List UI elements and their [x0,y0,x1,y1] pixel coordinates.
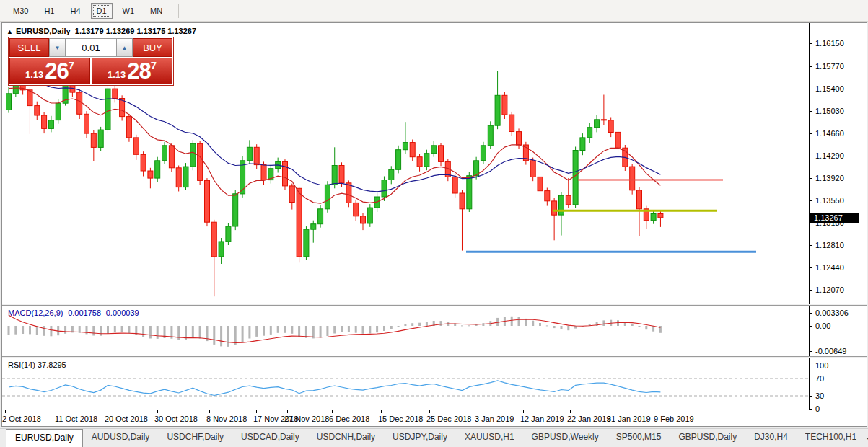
volume-increase-button[interactable]: ▲ [116,38,133,57]
time-axis-tick [108,410,108,413]
time-axis-label: 3 Jan 2019 [475,415,514,423]
time-axis-label: 2 Oct 2018 [2,415,41,423]
axis-tick [810,178,812,179]
price-axis-label: 1.13920 [815,174,844,182]
buy-price-small: 1.13 [108,67,126,83]
chart-tab-bar: EURUSD,DailyAUDUSD,DailyUSDCHF,DailyUSDC… [0,428,868,447]
pane-splitter[interactable] [2,304,867,306]
chart-tab-xauusd-h1[interactable]: XAUUSD,H1 [456,429,523,447]
volume-input[interactable] [66,38,116,57]
axis-tick [810,396,812,397]
time-axis-tick [657,410,657,413]
volume-decrease-button[interactable]: ▼ [49,38,66,57]
time-axis-tick [523,410,524,413]
time-axis-label: 31 Jan 2019 [607,415,651,423]
timeframe-toolbar: M30H1H4D1W1MN [0,0,868,22]
price-axis-label: 1.15770 [815,62,844,71]
buy-price-button[interactable]: 1.13 28 7 [92,58,172,84]
toolbar-separator [178,4,179,18]
macd-axis-label: 0.003306 [815,309,849,317]
axis-tick [810,267,812,268]
buy-price-sup: 7 [151,60,157,71]
price-axis-label: 1.12070 [815,286,844,294]
timeframe-button-mn[interactable]: MN [144,3,168,19]
axis-tick [810,245,812,246]
chart-tab-dj30-h4[interactable]: DJ30,H4 [745,429,797,447]
rsi-plot[interactable] [2,358,809,410]
axis-tick [810,43,812,44]
chart-tab-audusd-daily[interactable]: AUDUSD,Daily [83,429,159,447]
price-axis-label: 1.12440 [815,263,844,272]
sell-price-sup: 7 [69,60,74,71]
chart-tab-sp500-m15[interactable]: SP500,M15 [608,429,670,447]
tab-scroll-controls: ◄► [865,429,868,447]
one-click-trade-panel: SELL ▼ ▲ BUY 1.13 26 7 1.13 28 [8,37,174,86]
time-axis-label: 12 Jan 2019 [520,415,564,423]
time-axis-tick [429,410,430,413]
chart-tab-usdcnh-daily[interactable]: USDCNH,Daily [308,429,384,447]
time-axis-tick [157,410,158,413]
chart-title-arrow-icon[interactable]: ▲ [6,28,13,35]
sell-button[interactable]: SELL [9,38,49,57]
time-axis: 2 Oct 201811 Oct 201820 Oct 201830 Oct 2… [2,410,867,426]
rsi-label: RSI(14) 37.8295 [8,360,66,369]
chart-tab-usdjpy-daily[interactable]: USDJPY,Daily [384,429,456,447]
axis-tick [810,326,812,327]
axis-tick [810,366,812,366]
chart-tab-usdcad-daily[interactable]: USDCAD,Daily [232,429,308,447]
axis-tick [810,200,812,201]
macd-axis-label: -0.00649 [815,347,846,355]
price-axis-label: 1.14290 [815,151,844,160]
pane-splitter[interactable] [2,356,867,358]
price-axis-label: 1.14660 [815,129,844,138]
mt4-window: M30H1H4D1W1MN ▲EURUSD,Daily 1.13179 1.13… [0,0,868,447]
time-axis-tick [478,410,478,413]
buy-button[interactable]: BUY [133,38,172,57]
axis-tick [810,379,812,379]
axis-tick [810,223,812,224]
chart-tab-eurusd-daily[interactable]: EURUSD,Daily [6,429,83,447]
chart-tab-gbpusd-weekly[interactable]: GBPUSD,Weekly [523,429,608,447]
time-axis-tick [5,410,6,413]
price-axis-label: 1.13550 [815,196,844,205]
time-axis-tick [381,410,382,413]
timeframe-button-d1[interactable]: D1 [91,3,113,19]
rsi-axis-label: 100 [815,361,828,370]
chart-symbol-label: EURUSD,Daily [16,27,71,35]
current-price-badge: 1.13267 [809,213,859,223]
time-axis-tick [332,410,333,413]
chart-window[interactable]: ▲EURUSD,Daily 1.13179 1.13269 1.13175 1.… [1,22,867,427]
axis-tick [810,351,812,352]
chevron-down-icon: ▼ [55,45,61,51]
time-axis-label: 15 Dec 2018 [378,415,423,423]
tab-scroll-left-icon[interactable]: ◄ [865,435,868,442]
chart-tab-usdchf-daily[interactable]: USDCHF,Daily [158,429,232,447]
time-axis-tick [256,410,257,413]
time-axis-label: 22 Jan 2019 [567,415,611,423]
time-axis-tick [209,410,210,413]
time-axis-label: 9 Feb 2019 [654,415,694,423]
timeframe-button-h4[interactable]: H4 [64,3,86,19]
macd-label: MACD(12,26,9) -0.001758 -0.000039 [8,309,139,317]
time-axis-tick [58,410,58,413]
rsi-axis-label: 0 [815,404,820,413]
timeframe-button-m30[interactable]: M30 [7,3,34,19]
chart-tab-tech100-h1[interactable]: TECH100,H1 [797,429,865,447]
axis-tick [810,133,812,134]
sell-price-small: 1.13 [25,67,43,83]
axis-tick [810,313,812,314]
buy-price-big: 28 [127,59,150,83]
timeframe-button-w1[interactable]: W1 [117,3,141,19]
chart-title: ▲EURUSD,Daily 1.13179 1.13269 1.13175 1.… [6,27,196,35]
axis-tick [810,409,812,410]
time-axis-label: 11 Oct 2018 [55,415,97,423]
timeframe-button-h1[interactable]: H1 [38,3,60,19]
axis-tick [810,89,812,89]
rsi-axis-label: 70 [815,374,824,383]
time-axis-label: 27 Nov 2018 [284,415,329,423]
chart-tab-gbpusd-daily[interactable]: GBPUSD,Daily [670,429,745,447]
axis-tick [810,156,812,156]
time-axis-label: 6 Dec 2018 [329,415,369,423]
price-axis-label: 1.12810 [815,241,844,249]
sell-price-button[interactable]: 1.13 26 7 [9,58,90,84]
